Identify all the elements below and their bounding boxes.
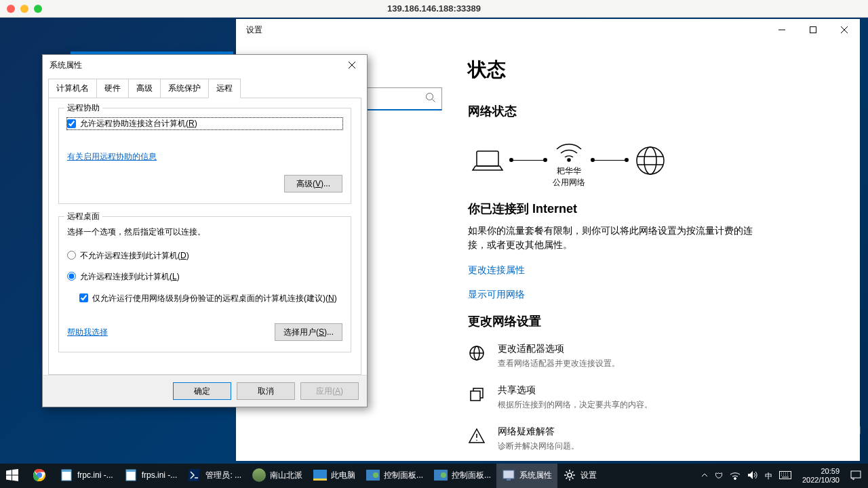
svg-point-24	[734, 477, 736, 479]
tray-notifications-icon[interactable]	[850, 470, 861, 483]
powershell-icon	[188, 468, 201, 482]
adapter-options-title: 更改适配器选项	[498, 343, 620, 355]
cancel-button[interactable]: 取消	[237, 382, 295, 400]
taskbar-label: 设置	[580, 470, 597, 481]
remote-desktop-group: 远程桌面 选择一个选项，然后指定谁可以连接。 不允许远程连接到此计算机(D) 允…	[58, 216, 351, 352]
connection-line	[593, 160, 627, 161]
taskbar-avatar[interactable]: 南山北派	[247, 464, 308, 488]
adapter-icon	[468, 344, 486, 362]
close-button[interactable]	[829, 19, 860, 41]
wifi-type: 公用网络	[549, 177, 589, 188]
select-users-button[interactable]: 选择用户(S)...	[275, 323, 342, 341]
tray-volume-icon[interactable]	[747, 470, 758, 482]
taskbar-label: 南山北派	[270, 470, 302, 481]
svg-rect-0	[810, 27, 816, 33]
tab-hardware[interactable]: 硬件	[96, 79, 129, 98]
tab-system-protection[interactable]: 系统保护	[160, 79, 209, 98]
allow-remote-assistance-label: 允许远程协助连接这台计算机(R)	[80, 118, 197, 129]
allow-remote-assistance-row[interactable]: 允许远程协助连接这台计算机(R)	[67, 118, 342, 129]
taskbar-sysprops[interactable]: 系统属性	[496, 464, 557, 488]
remote-assistance-info-link[interactable]: 有关启用远程协助的信息	[67, 152, 157, 161]
taskbar-tray: 🛡 中 20:59 2022/10/30	[694, 464, 868, 488]
tab-computer-name[interactable]: 计算机名	[48, 79, 97, 98]
taskbar-label: 控制面板...	[452, 470, 491, 481]
start-button[interactable]	[0, 464, 27, 488]
help-me-choose-link[interactable]: 帮助我选择	[67, 327, 108, 338]
globe-icon	[631, 144, 670, 177]
tray-chevron-icon[interactable]	[701, 471, 708, 481]
minimize-button[interactable]	[766, 19, 797, 41]
remote-assistance-group: 远程协助 允许远程协助连接这台计算机(R) 有关启用远程协助的信息 高级(V).…	[58, 108, 351, 204]
search-icon	[425, 92, 436, 105]
taskbar-cpl2[interactable]: 控制面板...	[429, 464, 496, 488]
tray-ime-icon[interactable]: 中	[765, 471, 772, 481]
taskbar-chrome[interactable]	[27, 464, 54, 488]
control-panel-icon	[366, 468, 380, 482]
apply-button[interactable]: 应用(A)	[300, 382, 359, 400]
taskbar-label: 系统属性	[519, 470, 552, 481]
deny-remote-row[interactable]: 不允许远程连接到此计算机(D)	[67, 250, 342, 262]
svg-point-20	[441, 472, 446, 478]
sysprops-titlebar[interactable]: 系统属性	[43, 55, 367, 75]
remote-assistance-advanced-button[interactable]: 高级(V)...	[284, 175, 342, 192]
taskbar-label: 此电脑	[331, 470, 355, 481]
sharing-options-row[interactable]: 共享选项根据所连接到的网络，决定要共享的内容。	[468, 384, 860, 411]
settings-titlebar[interactable]: 设置	[236, 19, 860, 41]
allow-remote-row[interactable]: 允许远程连接到此计算机(L)	[67, 271, 342, 283]
tray-security-icon[interactable]: 🛡	[715, 471, 723, 481]
svg-rect-8	[471, 391, 480, 401]
control-panel-icon	[434, 468, 448, 482]
taskbar-frps[interactable]: frps.ini -...	[119, 464, 183, 488]
tab-remote[interactable]: 远程	[208, 79, 241, 98]
notepad-icon	[124, 468, 138, 482]
system-properties-dialog: 系统属性 计算机名 硬件 高级 系统保护 远程 远程协助 允许远程协助连接这台计…	[42, 54, 368, 407]
network-status-heading: 网络状态	[468, 103, 860, 119]
wifi-icon	[549, 133, 589, 165]
taskbar-powershell[interactable]: 管理员: ...	[182, 464, 247, 488]
explorer-icon	[313, 468, 327, 482]
change-connection-props-link[interactable]: 更改连接属性	[468, 264, 860, 277]
troubleshoot-title: 网络疑难解答	[498, 426, 579, 438]
deny-remote-label: 不允许远程连接到此计算机(D)	[80, 250, 189, 262]
tray-network-icon[interactable]	[730, 470, 741, 482]
adapter-options-desc: 查看网络适配器并更改连接设置。	[498, 358, 620, 369]
connected-heading: 你已连接到 Internet	[468, 201, 860, 217]
deny-remote-radio[interactable]	[67, 251, 76, 260]
taskbar-this-pc[interactable]: 此电脑	[308, 464, 361, 488]
watermark: CSDN @欧菲斯集团	[781, 424, 861, 436]
maximize-button[interactable]	[797, 19, 829, 41]
taskbar-cpl1[interactable]: 控制面板...	[361, 464, 429, 488]
svg-point-4	[637, 147, 664, 174]
remote-assistance-legend: 远程协助	[64, 102, 102, 114]
svg-rect-21	[503, 470, 514, 479]
tray-keyboard-icon[interactable]	[779, 471, 791, 481]
nla-row[interactable]: 仅允许运行使用网络级别身份验证的远程桌面的计算机连接(建议)(N)	[79, 292, 342, 304]
svg-point-18	[373, 472, 378, 478]
allow-remote-radio[interactable]	[67, 272, 76, 281]
troubleshoot-icon	[468, 427, 486, 445]
svg-point-5	[644, 147, 656, 174]
ok-button[interactable]: 确定	[173, 382, 231, 400]
sysprops-close-button[interactable]	[341, 57, 363, 73]
taskbar-frpc[interactable]: frpc.ini -...	[54, 464, 119, 488]
svg-rect-16	[313, 479, 327, 481]
svg-point-3	[568, 159, 570, 161]
connected-description: 如果你的流量套餐有限制，则你可以将此网络设置为按流量计费的连接，或者更改其他属性…	[468, 224, 753, 252]
taskbar-clock[interactable]: 20:59 2022/10/30	[798, 467, 844, 485]
show-available-networks-link[interactable]: 显示可用网络	[468, 289, 860, 301]
nla-label: 仅允许运行使用网络级别身份验证的远程桌面的计算机连接(建议)(N)	[92, 292, 337, 304]
allow-remote-assistance-checkbox[interactable]	[67, 119, 76, 128]
taskbar-label: 管理员: ...	[205, 470, 241, 481]
adapter-options-row[interactable]: 更改适配器选项查看网络适配器并更改连接设置。	[468, 343, 860, 369]
taskbar-settings[interactable]: 设置	[557, 464, 602, 488]
settings-window-buttons	[766, 19, 860, 41]
svg-rect-26	[851, 471, 861, 478]
page-title: 状态	[468, 57, 860, 83]
nla-checkbox[interactable]	[79, 293, 88, 302]
sharing-options-title: 共享选项	[498, 384, 652, 396]
sharing-options-desc: 根据所连接到的网络，决定要共享的内容。	[498, 399, 652, 411]
settings-window-title: 设置	[236, 24, 262, 36]
tab-advanced[interactable]: 高级	[128, 79, 161, 98]
windows-icon	[5, 468, 19, 482]
svg-rect-12	[62, 470, 71, 472]
